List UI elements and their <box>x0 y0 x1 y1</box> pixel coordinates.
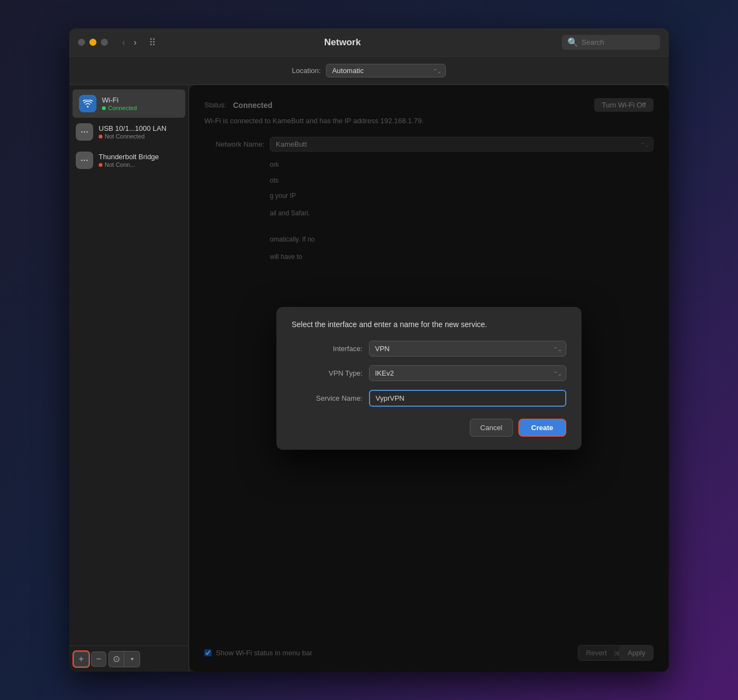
thunderbolt-icon: ⋯ <box>76 152 93 169</box>
thunderbolt-item-name: Thunderbolt Bridge <box>99 153 182 161</box>
location-select-wrapper: Automatic <box>326 64 446 77</box>
wifi-icon <box>79 95 96 112</box>
remove-network-button[interactable]: − <box>91 651 106 667</box>
ethernet-status-text: Not Connected <box>105 133 144 140</box>
vpn-type-label: VPN Type: <box>292 369 362 377</box>
wifi-status-text: Connected <box>108 105 137 111</box>
ethernet-item-name: USB 10/1...1000 LAN <box>99 124 182 132</box>
ethernet-icon: ⋯ <box>76 123 93 141</box>
location-label: Location: <box>292 67 321 75</box>
ethernet-status-dot <box>99 135 102 138</box>
close-button[interactable] <box>78 39 85 46</box>
wifi-item-status: Connected <box>102 105 179 111</box>
actions-dropdown-button[interactable]: ▾ <box>124 651 140 667</box>
thunderbolt-status-text: Not Conn... <box>105 161 135 168</box>
actions-button[interactable]: ⊙ <box>109 651 124 667</box>
thunderbolt-item-info: Thunderbolt Bridge Not Conn... <box>99 153 182 168</box>
sidebar-item-ethernet[interactable]: ⋯ USB 10/1...1000 LAN Not Connected <box>69 118 189 146</box>
content-panel: Status: Connected Turn Wi-Fi Off Wi-Fi i… <box>189 85 669 672</box>
location-toolbar: Location: Automatic <box>69 57 669 85</box>
service-name-label: Service Name: <box>292 394 362 402</box>
location-select[interactable]: Automatic <box>326 64 446 77</box>
search-input[interactable] <box>582 38 652 46</box>
cancel-button[interactable]: Cancel <box>470 419 512 437</box>
sidebar: Wi-Fi Connected ⋯ USB 10/1...1000 LAN <box>69 85 189 672</box>
add-service-dialog: Select the interface and enter a name fo… <box>276 307 582 450</box>
add-network-button[interactable]: + <box>74 651 89 667</box>
maximize-button[interactable] <box>101 39 108 46</box>
wifi-item-name: Wi-Fi <box>102 96 179 104</box>
location-row: Location: Automatic <box>292 64 446 77</box>
traffic-lights <box>78 39 108 46</box>
interface-select-wrapper: VPN <box>369 341 566 357</box>
search-icon: 🔍 <box>567 37 578 47</box>
sidebar-list: Wi-Fi Connected ⋯ USB 10/1...1000 LAN <box>69 85 189 645</box>
dialog-title: Select the interface and enter a name fo… <box>292 320 566 329</box>
main-window: ‹ › ⠿ Network 🔍 Location: Automatic <box>69 28 669 672</box>
thunderbolt-status-dot <box>99 163 102 167</box>
create-button[interactable]: Create <box>518 419 566 437</box>
interface-label: Interface: <box>292 345 362 353</box>
vpn-type-select-wrapper: IKEv2 <box>369 365 566 381</box>
wifi-status-dot <box>102 106 106 110</box>
ethernet-item-info: USB 10/1...1000 LAN Not Connected <box>99 124 182 140</box>
window-title: Network <box>123 37 562 48</box>
thunderbolt-item-status: Not Conn... <box>99 161 182 168</box>
dialog-overlay: Select the interface and enter a name fo… <box>189 85 669 672</box>
service-name-input[interactable] <box>369 390 566 407</box>
dialog-buttons: Cancel Create <box>292 419 566 437</box>
ethernet-item-status: Not Connected <box>99 133 182 140</box>
service-name-field: Service Name: <box>292 390 566 407</box>
sidebar-item-wifi[interactable]: Wi-Fi Connected <box>72 89 185 118</box>
interface-select[interactable]: VPN <box>369 341 566 357</box>
main-content: Wi-Fi Connected ⋯ USB 10/1...1000 LAN <box>69 85 669 672</box>
sidebar-footer: + − ⊙ ▾ <box>69 645 189 672</box>
wifi-item-info: Wi-Fi Connected <box>102 96 179 111</box>
sidebar-item-thunderbolt[interactable]: ⋯ Thunderbolt Bridge Not Conn... <box>69 146 189 174</box>
interface-field: Interface: VPN <box>292 341 566 357</box>
vpn-type-select[interactable]: IKEv2 <box>369 365 566 381</box>
search-bar: 🔍 <box>562 35 660 50</box>
minimize-button[interactable] <box>89 39 96 46</box>
vpn-type-field: VPN Type: IKEv2 <box>292 365 566 381</box>
titlebar: ‹ › ⠿ Network 🔍 <box>69 28 669 57</box>
actions-button-group: ⊙ ▾ <box>108 651 140 667</box>
